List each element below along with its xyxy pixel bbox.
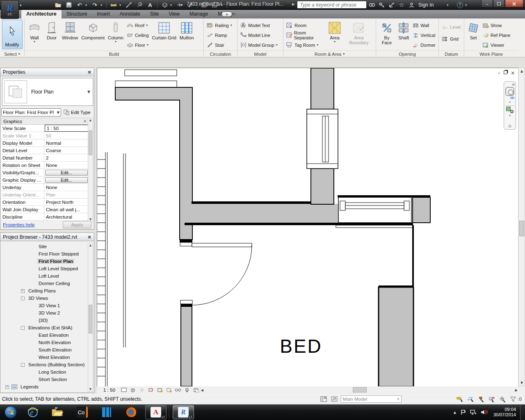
3d-view-dropdown-icon[interactable]: ▾	[170, 3, 174, 7]
reveal-hidden-icon[interactable]	[183, 387, 191, 393]
room-separator-button[interactable]: Room Separator	[285, 30, 326, 40]
section-icon[interactable]	[175, 1, 185, 9]
taskbar-revit-lt[interactable]: RLT	[173, 405, 194, 419]
tree-item-first-floor-stepped[interactable]: First Floor Stepped	[1, 250, 89, 258]
grid-button[interactable]: Grid	[441, 34, 462, 43]
minimize-button[interactable]: –	[481, 0, 493, 7]
main-model-dropdown-icon[interactable]: ▼	[397, 397, 399, 401]
steering-wheel-icon[interactable]	[505, 87, 514, 96]
ceiling-button[interactable]: Ceiling	[126, 30, 150, 40]
collapse-icon[interactable]: -	[21, 326, 25, 330]
communication-center-icon[interactable]	[387, 1, 396, 9]
wall-opening-button[interactable]: Wall	[411, 21, 437, 30]
clock[interactable]: 09:04 30/07/2014	[493, 407, 516, 418]
wheel-dropdown-icon[interactable]: ▾	[509, 100, 511, 104]
prop-row-detail-number[interactable]: Detail Number2	[1, 154, 89, 162]
tree-item-east-elevation[interactable]: East Elevation	[1, 331, 89, 339]
area-boundary-button[interactable]: Area Boundary	[344, 20, 374, 46]
vertical-scroll-thumb[interactable]	[519, 221, 524, 236]
wall-stub-right[interactable]	[413, 197, 430, 223]
tree-item-3d-view-2[interactable]: 3D View 2	[1, 309, 89, 317]
detail-level-icon[interactable]	[120, 387, 128, 393]
tree-item-loft-level[interactable]: Loft Level	[1, 272, 89, 280]
show-crop-region-icon[interactable]	[165, 387, 173, 393]
select-by-face-toggle[interactable]	[488, 395, 496, 403]
properties-close-icon[interactable]: ×	[87, 69, 91, 75]
prop-row-detail-level[interactable]: Detail LevelCoarse	[1, 147, 89, 154]
ribbon-collapse-control[interactable]: ▴ ▾	[221, 11, 235, 17]
window-top-left-sill[interactable]	[115, 81, 177, 87]
prop-row-view-scale[interactable]: View Scale1 : 50	[1, 125, 89, 132]
taskbar-explorer[interactable]	[47, 405, 68, 419]
tab-site[interactable]: Site	[145, 10, 164, 18]
tree-item-loft-level-stepped[interactable]: Loft Level Stepped	[1, 265, 89, 272]
window-button[interactable]: Window	[61, 20, 79, 41]
tree-item-elevations[interactable]: -Elevations (Ext SHA)	[1, 324, 89, 331]
measure-dropdown-icon[interactable]: ▾	[119, 3, 123, 7]
volume-muted-icon[interactable]	[481, 409, 488, 415]
project-browser-scrollbar[interactable]: ▲ ▼	[88, 243, 93, 392]
sign-in-dropdown-icon[interactable]: ▾	[447, 3, 450, 7]
visibility-edit-button[interactable]: Edit...	[45, 170, 88, 176]
tree-item-south-elevation[interactable]: South Elevation	[1, 346, 89, 354]
tree-item-sections[interactable]: -Sections (Building Section)	[1, 361, 89, 368]
view-minimize-icon[interactable]: –	[498, 71, 500, 75]
floor-button[interactable]: Floor▾	[126, 40, 150, 50]
taskbar-firefox[interactable]	[121, 405, 142, 419]
prop-row-rotation-on-sheet[interactable]: Rotation on SheetNone	[1, 162, 89, 169]
modify-button[interactable]: Modify	[2, 20, 23, 49]
ribbon-collapse-dropdown-icon[interactable]: ▾	[233, 12, 235, 16]
tree-item-site[interactable]: Site	[1, 243, 89, 250]
filter-icon[interactable]	[509, 395, 517, 403]
open-icon[interactable]	[53, 1, 63, 9]
tree-item-ceiling-plans[interactable]: +Ceiling Plans	[1, 287, 89, 294]
project-browser-close-icon[interactable]: ×	[87, 234, 91, 240]
graphic-display-edit-button[interactable]: Edit...	[45, 177, 88, 183]
area-button[interactable]: Area▾	[326, 20, 343, 44]
selection-combo-dropdown-icon[interactable]: ▼	[57, 111, 59, 114]
wall-column-lower[interactable]	[311, 169, 334, 204]
zoom-region-icon[interactable]	[506, 107, 514, 113]
level-button[interactable]: 1Level	[441, 22, 462, 32]
railing-button[interactable]: Railing▾	[205, 21, 233, 30]
tree-item-north-elevation[interactable]: North Elevation	[1, 339, 89, 346]
panel-label-datum[interactable]: Datum	[439, 50, 464, 57]
navbar-collapse-icon[interactable]: ⊖	[508, 124, 511, 128]
help-dropdown-icon[interactable]: ▾	[465, 3, 469, 7]
tree-item-long-section[interactable]: Long Section	[1, 368, 89, 376]
door-button[interactable]: Door	[43, 20, 60, 41]
tab-architecture[interactable]: Architecture	[21, 10, 62, 18]
tab-view[interactable]: View	[164, 10, 185, 18]
component-button[interactable]: Component	[80, 20, 106, 41]
help-icon[interactable]: ?	[455, 1, 464, 9]
select-links-toggle[interactable]	[456, 395, 464, 403]
tree-item-3d-default[interactable]: {3D}	[1, 317, 89, 324]
prop-row-visibility-graphics[interactable]: Visibility/Graphi...Edit...	[1, 169, 89, 176]
prop-row-display-model[interactable]: Display ModelNormal	[1, 139, 89, 147]
temporary-view-properties-icon[interactable]	[192, 387, 200, 393]
show-desktop-button[interactable]	[520, 404, 525, 420]
panel-label-model[interactable]: Model	[237, 50, 283, 57]
wall-lower-left[interactable]	[181, 306, 192, 386]
action-center-icon[interactable]	[460, 409, 466, 415]
sun-path-icon[interactable]	[138, 387, 146, 393]
restore-button[interactable]	[493, 0, 505, 7]
tree-item-short-section[interactable]: Short Section	[1, 376, 89, 383]
temporary-hide-isolate-icon[interactable]	[174, 387, 182, 393]
exchange-apps-icon[interactable]	[377, 1, 386, 9]
view-close-icon[interactable]: ×	[511, 71, 515, 75]
tree-item-3d-view-1[interactable]: 3D View 1	[1, 302, 89, 309]
shaft-button[interactable]: Shaft	[397, 20, 411, 41]
roof-button[interactable]: Roof▾	[126, 21, 150, 30]
properties-scrollbar[interactable]: ▲ ▼	[88, 118, 93, 222]
panel-label-work-plane[interactable]: Work Plane	[464, 50, 518, 57]
start-button[interactable]	[2, 405, 19, 419]
ramp-button[interactable]: Ramp	[205, 30, 233, 40]
scroll-left-icon[interactable]: ◀	[201, 388, 203, 392]
aligned-dimension-icon[interactable]	[124, 1, 134, 9]
viewer-button[interactable]: Viewer	[482, 40, 511, 50]
redo-icon[interactable]: ↷	[90, 1, 100, 9]
prop-row-wall-join-display[interactable]: Wall Join DisplayClean all wall j...	[1, 206, 89, 213]
tab-annotate[interactable]: Annotate	[115, 10, 145, 18]
properties-header[interactable]: Properties ×	[0, 68, 94, 76]
